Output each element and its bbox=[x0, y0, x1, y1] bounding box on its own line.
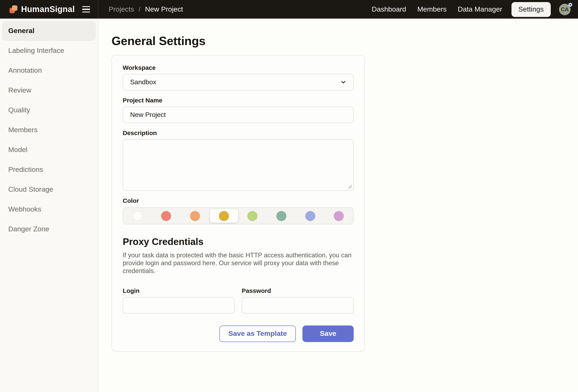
breadcrumb-projects[interactable]: Projects bbox=[109, 5, 134, 13]
humansignal-logo-icon bbox=[9, 5, 17, 13]
sidebar-item-webhooks[interactable]: Webhooks bbox=[2, 199, 96, 219]
swatch-slot-periwinkle bbox=[296, 208, 325, 224]
button-row: Save as Template Save bbox=[123, 326, 354, 342]
color-swatch-salmon[interactable] bbox=[161, 211, 171, 221]
chevron-down-icon bbox=[340, 79, 346, 85]
password-input[interactable] bbox=[242, 297, 354, 313]
proxy-credentials-description: If your task data is protected with the … bbox=[123, 251, 354, 275]
top-bar: HumanSignal Projects / New Project Dashb… bbox=[0, 0, 578, 19]
color-swatch-gold[interactable] bbox=[219, 211, 229, 221]
nav-settings[interactable]: Settings bbox=[511, 2, 551, 17]
color-label: Color bbox=[123, 197, 354, 204]
color-swatch-orange[interactable] bbox=[190, 211, 200, 221]
settings-sidebar: General Labeling Interface Annotation Re… bbox=[0, 19, 98, 392]
password-label: Password bbox=[242, 287, 354, 294]
swatch-slot-green bbox=[238, 208, 267, 224]
avatar[interactable]: CA bbox=[559, 3, 571, 15]
password-field: Password bbox=[242, 287, 354, 313]
sidebar-item-members[interactable]: Members bbox=[2, 120, 96, 140]
color-field: Color bbox=[123, 197, 354, 224]
description-label: Description bbox=[123, 129, 354, 136]
nav-data-manager[interactable]: Data Manager bbox=[458, 5, 502, 13]
brand[interactable]: HumanSignal bbox=[9, 4, 75, 14]
nav-dashboard[interactable]: Dashboard bbox=[372, 5, 406, 13]
description-field: Description bbox=[123, 129, 354, 191]
breadcrumb-separator: / bbox=[139, 5, 141, 13]
resize-handle-icon[interactable] bbox=[348, 185, 352, 189]
save-as-template-button[interactable]: Save as Template bbox=[219, 326, 296, 342]
workspace-label: Workspace bbox=[123, 64, 354, 71]
color-swatch-periwinkle[interactable] bbox=[305, 211, 315, 221]
swatch-slot-salmon bbox=[152, 208, 181, 224]
workspace-field: Workspace Sandbox bbox=[123, 64, 354, 91]
workspace-selected-value: Sandbox bbox=[130, 79, 156, 86]
avatar-initials: CA bbox=[561, 6, 569, 12]
sidebar-item-quality[interactable]: Quality bbox=[2, 100, 96, 120]
color-swatch-orchid[interactable] bbox=[334, 211, 344, 221]
swatch-slot-orange bbox=[181, 208, 209, 224]
login-input[interactable] bbox=[123, 297, 235, 313]
sidebar-item-cloud-storage[interactable]: Cloud Storage bbox=[2, 180, 96, 199]
swatch-slot-teal bbox=[267, 208, 296, 224]
swatch-slot-gold bbox=[209, 208, 238, 224]
color-swatch-white[interactable] bbox=[133, 211, 143, 221]
logo-square-orange bbox=[12, 5, 17, 11]
breadcrumb: Projects / New Project bbox=[109, 5, 183, 13]
hamburger-menu-icon[interactable] bbox=[82, 6, 90, 13]
general-settings-card: Workspace Sandbox Project Name Descripti… bbox=[112, 55, 365, 351]
credentials-row: Login Password bbox=[123, 287, 354, 313]
sidebar-item-model[interactable]: Model bbox=[2, 140, 96, 160]
login-field: Login bbox=[123, 287, 235, 313]
description-textarea[interactable] bbox=[123, 139, 354, 191]
sidebar-item-annotation[interactable]: Annotation bbox=[2, 61, 96, 81]
login-label: Login bbox=[123, 287, 235, 294]
workspace-select[interactable]: Sandbox bbox=[123, 74, 354, 91]
sidebar-item-danger-zone[interactable]: Danger Zone bbox=[2, 219, 96, 239]
main-content: General Settings Workspace Sandbox Proje… bbox=[98, 19, 578, 392]
breadcrumb-current-project: New Project bbox=[145, 5, 183, 13]
top-bar-nav: Dashboard Members Data Manager Settings … bbox=[361, 2, 578, 17]
page-body: General Labeling Interface Annotation Re… bbox=[0, 19, 578, 392]
online-status-dot bbox=[569, 3, 572, 6]
color-swatch-green[interactable] bbox=[248, 211, 258, 221]
page-title: General Settings bbox=[112, 34, 578, 48]
sidebar-item-general[interactable]: General bbox=[2, 21, 96, 41]
project-name-label: Project Name bbox=[123, 97, 354, 104]
logo-text: HumanSignal bbox=[21, 4, 75, 14]
project-name-field: Project Name bbox=[123, 97, 354, 123]
top-bar-left: HumanSignal bbox=[0, 0, 98, 19]
swatch-slot-orchid bbox=[325, 208, 353, 224]
color-swatch-bar bbox=[123, 207, 354, 224]
sidebar-item-predictions[interactable]: Predictions bbox=[2, 160, 96, 180]
save-button[interactable]: Save bbox=[303, 326, 354, 342]
nav-members[interactable]: Members bbox=[417, 5, 447, 13]
color-swatch-teal[interactable] bbox=[276, 211, 286, 221]
project-name-input[interactable] bbox=[123, 106, 354, 123]
swatch-slot-white bbox=[123, 208, 152, 224]
sidebar-item-labeling-interface[interactable]: Labeling Interface bbox=[2, 41, 96, 61]
app-window: HumanSignal Projects / New Project Dashb… bbox=[0, 0, 578, 392]
proxy-credentials-heading: Proxy Credentials bbox=[123, 236, 354, 247]
sidebar-item-review[interactable]: Review bbox=[2, 81, 96, 100]
